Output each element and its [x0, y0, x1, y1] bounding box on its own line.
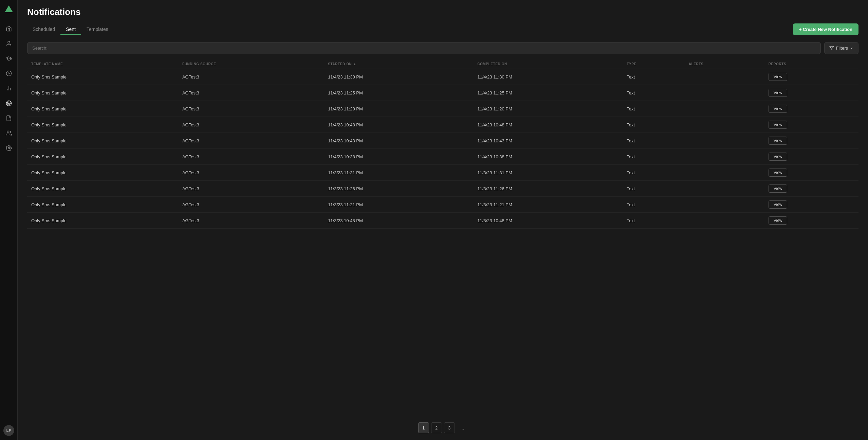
cell-template-name: Only Sms Sample — [27, 197, 178, 213]
graduation-icon[interactable] — [2, 52, 16, 65]
cell-funding-source: AGTest3 — [178, 165, 324, 181]
view-button[interactable]: View — [769, 121, 788, 129]
cell-funding-source: AGTest3 — [178, 69, 324, 85]
target-icon[interactable] — [2, 96, 16, 110]
svg-point-8 — [8, 103, 9, 104]
main-content: Notifications Scheduled Sent Templates +… — [18, 0, 868, 440]
page-button-2[interactable]: 2 — [431, 422, 442, 433]
view-button[interactable]: View — [769, 169, 788, 177]
group-icon[interactable] — [2, 126, 16, 140]
cell-completed-on: 11/4/23 10:48 PM — [473, 117, 623, 133]
cell-template-name: Only Sms Sample — [27, 181, 178, 197]
cell-funding-source: AGTest3 — [178, 101, 324, 117]
cell-template-name: Only Sms Sample — [27, 117, 178, 133]
svg-point-7 — [7, 102, 10, 105]
col-type: TYPE — [623, 59, 685, 69]
table-row: Only Sms Sample AGTest3 11/4/23 11:25 PM… — [27, 85, 858, 101]
search-row: Filters — [27, 42, 858, 54]
chart-icon[interactable] — [2, 82, 16, 95]
cell-reports: View — [764, 133, 858, 149]
cell-template-name: Only Sms Sample — [27, 165, 178, 181]
cell-reports: View — [764, 101, 858, 117]
cell-template-name: Only Sms Sample — [27, 85, 178, 101]
search-input[interactable] — [27, 42, 821, 54]
view-button[interactable]: View — [769, 105, 788, 113]
cell-reports: View — [764, 149, 858, 165]
cell-alerts — [685, 133, 764, 149]
cell-template-name: Only Sms Sample — [27, 149, 178, 165]
cell-completed-on: 11/4/23 11:25 PM — [473, 85, 623, 101]
view-button[interactable]: View — [769, 216, 788, 225]
cell-alerts — [685, 181, 764, 197]
cell-type: Text — [623, 197, 685, 213]
cell-completed-on: 11/4/23 10:43 PM — [473, 133, 623, 149]
cell-type: Text — [623, 149, 685, 165]
svg-point-1 — [8, 41, 10, 43]
create-notification-button[interactable]: + Create New Notification — [793, 23, 858, 35]
cell-reports: View — [764, 85, 858, 101]
app-logo[interactable] — [3, 4, 14, 15]
avatar[interactable]: LF — [3, 425, 14, 436]
cell-funding-source: AGTest3 — [178, 197, 324, 213]
cell-completed-on: 11/3/23 11:26 PM — [473, 181, 623, 197]
cell-completed-on: 11/3/23 11:31 PM — [473, 165, 623, 181]
page-title: Notifications — [27, 7, 858, 17]
table-body: Only Sms Sample AGTest3 11/4/23 11:30 PM… — [27, 69, 858, 229]
table-row: Only Sms Sample AGTest3 11/4/23 10:48 PM… — [27, 117, 858, 133]
cell-alerts — [685, 69, 764, 85]
cell-completed-on: 11/3/23 11:21 PM — [473, 197, 623, 213]
view-button[interactable]: View — [769, 184, 788, 193]
person-icon[interactable] — [2, 37, 16, 50]
view-button[interactable]: View — [769, 89, 788, 97]
cell-started-on: 11/4/23 11:25 PM — [324, 85, 473, 101]
cell-started-on: 11/3/23 11:21 PM — [324, 197, 473, 213]
view-button[interactable]: View — [769, 153, 788, 161]
cell-template-name: Only Sms Sample — [27, 69, 178, 85]
view-button[interactable]: View — [769, 200, 788, 209]
tab-scheduled[interactable]: Scheduled — [27, 24, 60, 35]
cell-completed-on: 11/3/23 10:48 PM — [473, 213, 623, 229]
col-completed-on: COMPLETED ON — [473, 59, 623, 69]
clock-icon[interactable] — [2, 67, 16, 80]
cell-alerts — [685, 165, 764, 181]
cell-started-on: 11/3/23 11:31 PM — [324, 165, 473, 181]
settings-icon[interactable] — [2, 141, 16, 155]
cell-alerts — [685, 213, 764, 229]
cell-funding-source: AGTest3 — [178, 149, 324, 165]
cell-reports: View — [764, 213, 858, 229]
document-icon[interactable] — [2, 111, 16, 125]
col-started-on[interactable]: STARTED ON ▲ — [324, 59, 473, 69]
cell-funding-source: AGTest3 — [178, 85, 324, 101]
cell-alerts — [685, 149, 764, 165]
cell-reports: View — [764, 165, 858, 181]
filter-button[interactable]: Filters — [824, 42, 858, 54]
view-button[interactable]: View — [769, 73, 788, 81]
cell-started-on: 11/4/23 10:48 PM — [324, 117, 473, 133]
table-row: Only Sms Sample AGTest3 11/4/23 11:20 PM… — [27, 101, 858, 117]
cell-started-on: 11/3/23 10:48 PM — [324, 213, 473, 229]
page-button-1[interactable]: 1 — [418, 422, 429, 433]
cell-funding-source: AGTest3 — [178, 117, 324, 133]
home-icon[interactable] — [2, 22, 16, 35]
tabs: Scheduled Sent Templates — [27, 24, 114, 35]
pagination: 1 2 3 ... — [27, 422, 858, 433]
col-template-name: TEMPLATE NAME — [27, 59, 178, 69]
cell-completed-on: 11/4/23 11:30 PM — [473, 69, 623, 85]
page-button-3[interactable]: 3 — [444, 422, 455, 433]
view-button[interactable]: View — [769, 137, 788, 145]
col-reports: REPORTS — [764, 59, 858, 69]
cell-alerts — [685, 197, 764, 213]
tab-templates[interactable]: Templates — [81, 24, 114, 35]
cell-type: Text — [623, 165, 685, 181]
chevron-down-icon — [850, 47, 853, 50]
table-row: Only Sms Sample AGTest3 11/4/23 10:38 PM… — [27, 149, 858, 165]
tab-sent[interactable]: Sent — [60, 24, 81, 35]
cell-alerts — [685, 117, 764, 133]
cell-funding-source: AGTest3 — [178, 181, 324, 197]
svg-marker-0 — [5, 5, 13, 12]
cell-funding-source: AGTest3 — [178, 213, 324, 229]
col-funding-source: FUNDING SOURCE — [178, 59, 324, 69]
table-row: Only Sms Sample AGTest3 11/3/23 11:26 PM… — [27, 181, 858, 197]
cell-template-name: Only Sms Sample — [27, 213, 178, 229]
col-alerts: ALERTS — [685, 59, 764, 69]
